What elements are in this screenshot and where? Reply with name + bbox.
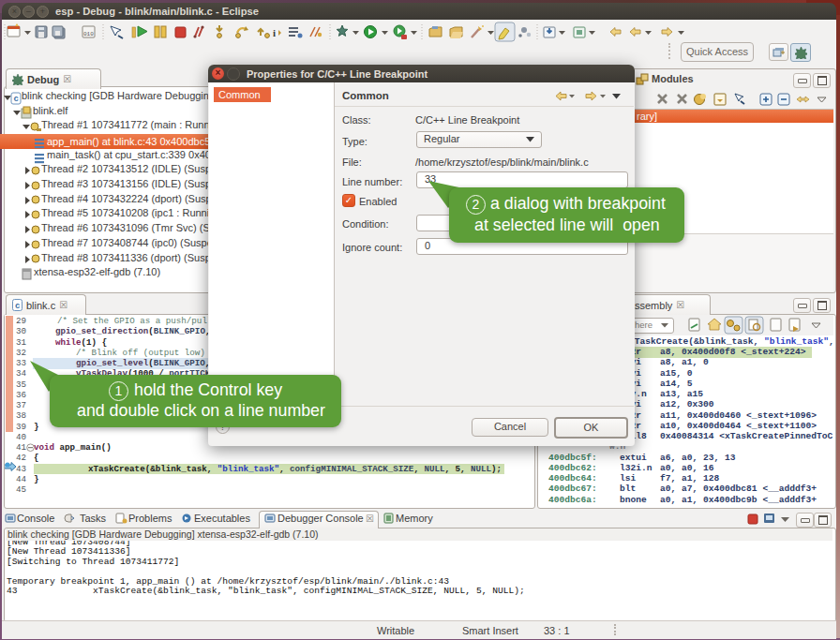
svg-text:c: c xyxy=(15,302,20,311)
svg-text:010: 010 xyxy=(83,31,94,37)
svg-text:c: c xyxy=(14,95,19,104)
svg-text:i: i xyxy=(273,27,276,38)
